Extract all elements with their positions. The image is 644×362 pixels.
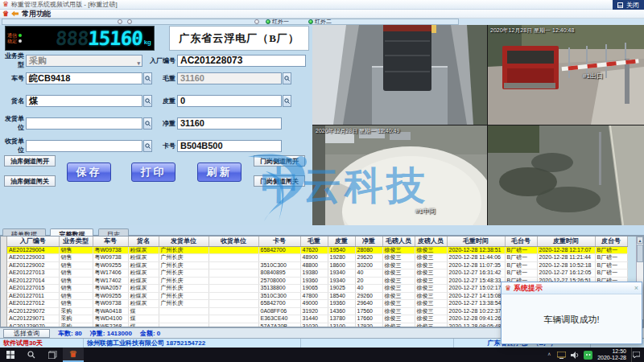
- table-row[interactable]: AE201229003销售粤W09738粉煤灰广州长庆4890019280296…: [7, 254, 627, 262]
- table-cell: 煤: [128, 315, 159, 323]
- dialog-title-bar[interactable]: ♛ 系统提示 ×: [502, 282, 642, 294]
- restore-icon[interactable]: [617, 2, 623, 8]
- table-cell: 煤: [128, 323, 159, 327]
- action-center-button[interactable]: [631, 348, 641, 362]
- table-cell: 65842700: [258, 246, 300, 254]
- dropdown-arrow-icon[interactable]: ▾: [137, 58, 140, 67]
- gross-weight-button[interactable]: [283, 72, 291, 84]
- receiver-unit-input[interactable]: [26, 140, 142, 152]
- table-cell: 徐俊三: [382, 315, 415, 323]
- column-header[interactable]: 皮磅人员: [415, 237, 447, 246]
- weighbridge-scene: [312, 25, 487, 125]
- gross-weight-input[interactable]: 31160: [177, 72, 282, 84]
- column-header[interactable]: 卡号: [258, 237, 300, 246]
- net-weight-input[interactable]: 31160: [177, 117, 282, 130]
- net-total-label: 净重:: [90, 330, 105, 337]
- table-cell: 19360: [328, 300, 355, 308]
- close-button[interactable]: 关闭: [626, 1, 639, 10]
- truck-no-input[interactable]: 皖CB9418: [26, 72, 142, 84]
- table-cell: 采购: [59, 323, 93, 327]
- table-cell: 17660: [355, 315, 382, 323]
- network-icon[interactable]: [557, 352, 566, 359]
- table-cell: 2020-12-27 13:38:54: [447, 300, 505, 308]
- exit-gate-scene: [488, 25, 644, 125]
- table-row[interactable]: AE201229002销售粤W09255粉煤灰广州长庆3510C30048800…: [7, 261, 627, 269]
- weight-value: 15160: [87, 27, 142, 50]
- task-view-button[interactable]: [42, 348, 63, 362]
- tare-weight-button[interactable]: [283, 95, 291, 107]
- table-cell: 徐俊三: [382, 277, 415, 285]
- window-title: 称重管理系统视频试用版 - [称重过磅]: [11, 0, 118, 9]
- table-cell: 19025: [328, 285, 355, 293]
- title-bar: ♛ 称重管理系统视频试用版 - [称重过磅] 关闭: [0, 0, 644, 10]
- column-header[interactable]: 收货单位: [208, 237, 258, 246]
- column-header[interactable]: 毛重时间: [447, 237, 505, 246]
- taskbar-app-weighing[interactable]: ♛: [63, 348, 84, 362]
- print-button[interactable]: 打印: [131, 162, 175, 182]
- camera-feed-middle-dome[interactable]: 2020年12月28日 星期一 12:40:49 #1中间: [312, 125, 487, 225]
- column-header[interactable]: 业务类型: [59, 237, 93, 246]
- column-header[interactable]: 皮重时间: [537, 237, 595, 246]
- entry-no-label: 入厂编号: [148, 56, 177, 65]
- refresh-button[interactable]: 刷新: [197, 162, 242, 182]
- table-cell: AE201227012: [7, 300, 59, 308]
- oil-gate-open-button[interactable]: 油库侧道闸开: [4, 155, 56, 167]
- tray-chevron-icon[interactable]: ＾: [546, 351, 552, 360]
- dialog-close-icon[interactable]: ×: [634, 284, 638, 292]
- speaker-icon[interactable]: [571, 352, 579, 359]
- taskbar-clock[interactable]: 12:50 2020-12-28: [597, 348, 626, 361]
- sender-unit-input[interactable]: [26, 117, 142, 130]
- business-type-select[interactable]: 采购▾: [26, 55, 142, 67]
- column-header[interactable]: 毛重: [300, 237, 328, 246]
- guard-gate-open-button[interactable]: 门岗侧道闸开: [254, 155, 305, 167]
- camera-feed-road[interactable]: [488, 125, 644, 225]
- weight-readout: 88815160: [26, 27, 143, 50]
- column-header[interactable]: 皮台号: [595, 237, 627, 246]
- table-cell: 煤: [128, 307, 159, 315]
- column-header[interactable]: 货名: [128, 237, 159, 246]
- table-row[interactable]: AE201227013销售粤W17406粉煤灰广州长庆8084089519380…: [7, 269, 627, 278]
- camera-feed-exit-gate[interactable]: 2020年12月28日 星期一 12:40:48 #1出口: [488, 25, 644, 125]
- receiver-unit-label: 收货单位: [2, 137, 26, 154]
- taskbar-search-button[interactable]: [21, 348, 42, 362]
- data-tabs: 磅单数据 完整数据 日志: [0, 225, 644, 236]
- scroll-up-icon[interactable]: ▲: [637, 237, 643, 244]
- table-cell: B厂磅一: [595, 269, 627, 278]
- table-cell: 徐俊三: [415, 254, 447, 262]
- cargo-name-input[interactable]: 煤: [26, 95, 142, 107]
- row-selector-column[interactable]: [1, 237, 7, 327]
- column-header[interactable]: 毛磅人员: [382, 237, 415, 246]
- table-cell: 徐俊三: [382, 292, 415, 300]
- notification-icon: [633, 352, 640, 358]
- card-no-label: 卡号: [148, 142, 177, 150]
- card-no-input[interactable]: B504B500: [177, 140, 282, 152]
- table-cell: 徐俊三: [415, 277, 447, 285]
- table-cell: 粤W09738: [93, 254, 128, 262]
- column-header[interactable]: 净重: [355, 237, 382, 246]
- start-button[interactable]: [0, 348, 21, 362]
- column-header[interactable]: 毛台号: [505, 237, 537, 246]
- save-button[interactable]: 保存: [67, 162, 111, 182]
- table-cell: 粉煤灰: [128, 246, 159, 254]
- column-header[interactable]: 发货单位: [159, 237, 208, 246]
- table-cell: 销售: [59, 277, 93, 285]
- table-row[interactable]: AE201229004销售粤W09738粉煤灰广州长庆6584270047620…: [7, 246, 627, 254]
- tare-weight-input[interactable]: 0: [177, 95, 282, 107]
- menu-item-common-functions[interactable]: 常用功能: [22, 9, 51, 19]
- camera-feed-weighbridge[interactable]: [312, 25, 487, 125]
- table-cell: [208, 307, 258, 315]
- column-header[interactable]: 皮重: [328, 237, 355, 246]
- ghost-digits: 888: [55, 27, 89, 50]
- column-header[interactable]: 入厂编号: [7, 237, 59, 246]
- table-cell: 广州长庆: [159, 285, 208, 293]
- messenger-icon[interactable]: [584, 351, 592, 360]
- scroll-thumb[interactable]: [637, 245, 643, 262]
- entry-no-input[interactable]: AC201228073: [177, 55, 306, 67]
- select-query-button[interactable]: 选择查询: [3, 329, 50, 338]
- oil-gate-close-button[interactable]: 油库侧道闸关: [4, 175, 56, 187]
- tare-weight-label: 皮重: [148, 97, 177, 105]
- column-header[interactable]: 车号: [93, 237, 128, 246]
- back-arrow-icon[interactable]: [11, 11, 19, 17]
- guard-gate-close-button[interactable]: 门岗侧道闸关: [254, 175, 305, 187]
- window-controls[interactable]: 关闭: [613, 0, 644, 10]
